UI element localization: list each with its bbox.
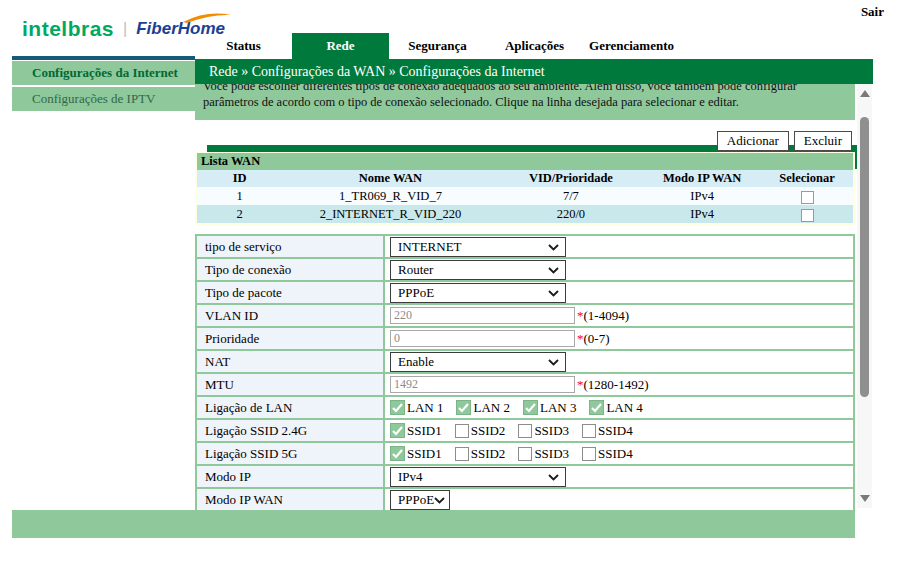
chevron-down-icon: [434, 492, 445, 508]
tab-gerenciamento[interactable]: Gerenciamento: [583, 33, 680, 59]
ssid2-checkbox[interactable]: [455, 424, 469, 438]
chevron-down-icon: [548, 469, 559, 485]
ssid4-checkbox[interactable]: [582, 424, 596, 438]
lan-1-checkbox[interactable]: [390, 400, 405, 415]
field-label: VLAN ID: [197, 305, 385, 326]
row-select-checkbox[interactable]: [801, 209, 814, 222]
lan-3-checkbox[interactable]: [523, 400, 538, 415]
lan-2-checkbox[interactable]: [456, 400, 471, 415]
form-row-modo-ip: Modo IPIPv4: [197, 466, 853, 489]
modo-ip-select[interactable]: IPv4: [390, 467, 566, 487]
wan-list-title: Lista WAN: [197, 153, 853, 170]
info-text: Você pode escolher diferentes tipos de c…: [203, 84, 845, 110]
checkbox-label: SSID3: [534, 423, 569, 439]
vlan-id-input[interactable]: [390, 307, 575, 324]
cell-id: 1: [197, 187, 282, 205]
ssid2-checkbox[interactable]: [455, 447, 469, 461]
required-asterisk: *: [577, 331, 584, 346]
tipo-de-conexao-select[interactable]: Router: [390, 260, 566, 280]
lan-4-checkbox[interactable]: [589, 400, 604, 415]
add-button[interactable]: Adicionar: [717, 131, 789, 151]
scroll-up-icon[interactable]: [860, 90, 870, 97]
ssid4-checkbox[interactable]: [582, 447, 596, 461]
selected-option: Router: [398, 262, 433, 278]
scroll-down-icon[interactable]: [860, 495, 870, 502]
form-row-modo-ip-wan: Modo IP WANPPPoE: [197, 489, 853, 512]
chevron-down-icon: [548, 354, 559, 370]
mtu-input[interactable]: [390, 376, 575, 393]
checkbox-item-lan-4: LAN 4: [589, 400, 642, 416]
form-row-prioridade: Prioridade*(0-7): [197, 328, 853, 351]
ssid1-checkbox[interactable]: [390, 423, 405, 438]
checkbox-label: SSID3: [534, 446, 569, 462]
field-hint: *(0-7): [577, 331, 610, 347]
content-area: Você pode escolher diferentes tipos de c…: [195, 84, 855, 120]
checkbox-item-lan-1: LAN 1: [390, 400, 443, 416]
field-label: Tipo de conexão: [197, 259, 385, 280]
vertical-scrollbar[interactable]: [857, 84, 872, 508]
column-header-selecionar: Selecionar: [761, 170, 853, 187]
cell-nome-wan: 1_TR069_R_VID_7: [282, 187, 498, 205]
chevron-down-icon: [548, 262, 559, 278]
ssid1-checkbox[interactable]: [390, 446, 405, 461]
wan-table-row[interactable]: 22_INTERNET_R_VID_220220/0IPv4: [197, 205, 853, 223]
footer-bar: [12, 510, 855, 538]
tab-aplicacoes[interactable]: Aplicações: [486, 33, 583, 59]
prioridade-input[interactable]: [390, 330, 575, 347]
checkbox-label: LAN 1: [407, 400, 443, 416]
chevron-down-icon: [548, 239, 559, 255]
logo-divider: |: [123, 20, 127, 38]
nat-select[interactable]: Enable: [390, 352, 566, 372]
column-header-id: ID: [197, 170, 282, 187]
checkbox-item-ssid4: SSID4: [582, 446, 633, 462]
intelbras-logo: intelbras: [22, 17, 114, 41]
checkbox-item-lan-3: LAN 3: [523, 400, 576, 416]
sidebar-item-configuracoes-da-internet[interactable]: Configurações da Internet: [12, 61, 195, 85]
checkbox-item-ssid1: SSID1: [390, 423, 442, 439]
column-header-vid-prioridade: VID/Prioridade: [499, 170, 643, 187]
tipo-de-servico-select[interactable]: INTERNET: [390, 237, 566, 257]
field-label: Ligação SSID 5G: [197, 443, 385, 464]
field-hint: *(1-4094): [577, 308, 629, 324]
checkbox-label: SSID4: [598, 423, 633, 439]
field-label: tipo de serviço: [197, 236, 385, 257]
breadcrumb: Rede » Configurações da WAN » Configuraç…: [195, 59, 873, 84]
selected-option: INTERNET: [398, 239, 462, 255]
ssid3-checkbox[interactable]: [518, 424, 532, 438]
checkbox-item-ssid1: SSID1: [390, 446, 442, 462]
checkbox-item-ssid4: SSID4: [582, 423, 633, 439]
logout-link[interactable]: Sair: [861, 4, 884, 20]
selected-option: IPv4: [398, 469, 423, 485]
checkbox-item-ssid2: SSID2: [455, 423, 506, 439]
scrollbar-thumb[interactable]: [860, 117, 869, 397]
wan-table-row[interactable]: 11_TR069_R_VID_77/7IPv4: [197, 187, 853, 205]
cell-modo-ip-wan: IPv4: [643, 205, 761, 223]
tipo-de-pacote-select[interactable]: PPPoE: [390, 283, 566, 303]
checkbox-label: LAN 3: [540, 400, 576, 416]
wan-list-table: Lista WAN IDNome WANVID/PrioridadeModo I…: [195, 152, 855, 226]
swoosh-icon: [181, 12, 233, 28]
checkbox-label: SSID2: [471, 446, 506, 462]
form-row-mtu: MTU*(1280-1492): [197, 374, 853, 397]
checkbox-label: SSID1: [407, 423, 442, 439]
form-row-nat: NATEnable: [197, 351, 853, 374]
tab-status[interactable]: Status: [195, 33, 292, 59]
checkbox-label: SSID4: [598, 446, 633, 462]
table-toolbar: Adicionar Excluir: [717, 131, 852, 151]
wan-settings-form: tipo de serviçoINTERNETTipo de conexãoRo…: [195, 234, 855, 512]
row-select-checkbox[interactable]: [801, 191, 814, 204]
tab-seguranca[interactable]: Segurança: [389, 33, 486, 59]
cell-nome-wan: 2_INTERNET_R_VID_220: [282, 205, 498, 223]
form-row-tipo-de-servico: tipo de serviçoINTERNET: [197, 236, 853, 259]
form-row-vlan-id: VLAN ID*(1-4094): [197, 305, 853, 328]
field-label: Ligação SSID 2.4G: [197, 420, 385, 441]
field-label: MTU: [197, 374, 385, 395]
delete-button[interactable]: Excluir: [794, 131, 852, 151]
tab-rede[interactable]: Rede: [292, 33, 389, 59]
ssid3-checkbox[interactable]: [518, 447, 532, 461]
checkbox-label: SSID2: [471, 423, 506, 439]
sidebar-item-configuracoes-de-iptv[interactable]: Configurações de IPTV: [12, 87, 195, 111]
column-header-nome-wan: Nome WAN: [282, 170, 498, 187]
modo-ip-wan-select[interactable]: PPPoE: [390, 490, 450, 510]
required-asterisk: *: [577, 308, 584, 323]
